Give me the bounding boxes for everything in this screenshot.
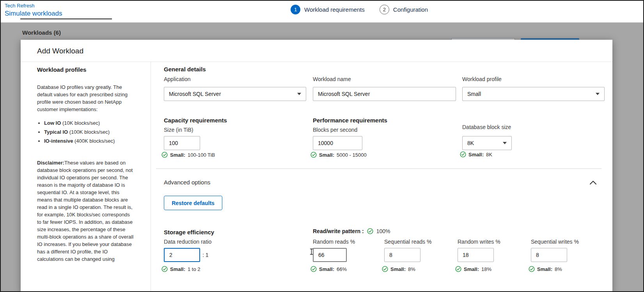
size-input[interactable] — [164, 136, 200, 150]
sequential-reads-label: Sequential reads % — [384, 239, 431, 245]
advanced-options-collapse-toggle[interactable] — [589, 179, 597, 186]
hint-qualifier: Small: — [537, 266, 552, 272]
disclaimer-term: Disclaimer: — [37, 160, 64, 166]
database-block-size-value: 8K — [467, 140, 474, 146]
workload-profiles-panel: Workload profiles Database IO profiles v… — [21, 62, 151, 292]
capacity-requirements-heading: Capacity requirements — [164, 117, 227, 124]
ratio-validation-hint: Small: 1 to 2 — [161, 266, 200, 272]
hint-text: 8% — [408, 266, 415, 272]
rw-pattern-total: 100% — [376, 228, 390, 234]
workload-profile-select[interactable]: Small — [462, 87, 605, 101]
hint-qualifier: Small: — [390, 266, 406, 272]
application-select-value: Microsoft SQL Server — [169, 91, 221, 97]
rw-pattern-heading-row: Read/write pattern : 100% — [313, 228, 390, 234]
app-header: Tech Refresh Simulate workloads 1 Worklo… — [1, 1, 643, 23]
block-size-validation-hint: Small: 8K — [460, 151, 492, 158]
text-cursor-icon — [310, 248, 313, 257]
add-workload-modal: Add Workload Workload profiles Database … — [21, 40, 612, 292]
sidebar-intro: Database IO profiles vary greatly. The d… — [37, 83, 134, 113]
list-item: Typical IO (100K blocks/sec) — [44, 128, 134, 136]
sequential-reads-validation-hint: Small: 8% — [382, 266, 415, 272]
data-reduction-ratio-label: Data reduction ratio — [164, 239, 211, 245]
database-block-size-label: Database block size — [462, 124, 511, 130]
hint-qualifier: Small: — [170, 152, 185, 158]
sequential-writes-label: Sequential writes % — [531, 239, 579, 245]
list-item: Low IO (10K blocks/sec) — [44, 119, 134, 127]
check-circle-icon — [310, 152, 317, 158]
breadcrumb-link[interactable]: Tech Refresh — [5, 3, 35, 9]
workload-profile-label: Workload profile — [462, 76, 502, 82]
random-writes-input[interactable] — [458, 248, 494, 262]
chevron-down-icon — [596, 93, 600, 95]
step-1-circle: 1 — [291, 5, 300, 14]
workload-name-label: Workload name — [313, 76, 351, 82]
workload-name-input[interactable] — [313, 87, 456, 101]
bullet-term: Typical IO — [44, 129, 68, 135]
app-window: Tech Refresh Simulate workloads 1 Worklo… — [0, 0, 644, 292]
random-writes-label: Random writes % — [458, 239, 500, 245]
check-circle-icon — [310, 266, 317, 272]
hint-text: 8K — [486, 152, 492, 158]
application-label: Application — [164, 76, 191, 82]
sequential-writes-validation-hint: Small: 8% — [529, 266, 562, 272]
random-writes-validation-hint: Small: 18% — [455, 266, 491, 272]
modal-header: Add Workload — [21, 40, 612, 62]
workload-form: General details Application Workload nam… — [151, 62, 612, 292]
chevron-down-icon — [297, 93, 301, 95]
random-reads-input[interactable] — [313, 248, 347, 262]
random-reads-label: Random reads % — [313, 239, 355, 245]
bullet-text: (10K blocks/sec) — [61, 120, 100, 126]
hint-text: 18% — [481, 266, 491, 272]
blocks-per-second-label: Blocks per second — [313, 127, 357, 133]
check-circle-icon — [455, 266, 461, 272]
modal-body: Workload profiles Database IO profiles v… — [21, 62, 612, 292]
bullet-text: (400K blocks/sec) — [73, 138, 115, 144]
hint-text: 5000 - 15000 — [337, 152, 367, 158]
ratio-suffix: : 1 — [202, 248, 209, 262]
hint-text: 100-100 TiB — [188, 152, 215, 158]
modal-title: Add Workload — [37, 47, 83, 55]
check-circle-icon — [529, 266, 535, 272]
check-circle-icon — [161, 266, 168, 272]
restore-defaults-button[interactable]: Restore defaults — [164, 196, 222, 210]
storage-efficiency-heading: Storage efficiency — [164, 229, 214, 235]
hint-qualifier: Small: — [319, 152, 334, 158]
bullet-term: IO-intensive — [44, 138, 73, 144]
sidebar-heading: Workload profiles — [37, 66, 134, 73]
chevron-down-icon — [503, 142, 507, 144]
workload-profile-select-value: Small — [467, 91, 481, 97]
advanced-options-heading: Advanced options — [164, 179, 210, 186]
check-circle-icon — [460, 151, 466, 158]
sequential-writes-input[interactable] — [531, 248, 567, 262]
section-divider — [156, 168, 601, 169]
sequential-reads-input[interactable] — [384, 248, 420, 262]
hint-qualifier: Small: — [170, 266, 185, 272]
application-select[interactable]: Microsoft SQL Server — [164, 87, 306, 101]
profile-bullet-list: Low IO (10K blocks/sec) Typical IO (100K… — [44, 119, 134, 145]
step-1-label: Workload requirements — [304, 6, 365, 13]
wizard-stepper: 1 Workload requirements 2 Configuration — [291, 5, 428, 14]
hint-text: 1 to 2 — [188, 266, 200, 272]
hint-qualifier: Small: — [468, 152, 484, 158]
database-block-size-select[interactable]: 8K — [462, 136, 512, 150]
blocks-per-second-input[interactable] — [313, 136, 362, 150]
bullet-term: Low IO — [44, 120, 61, 126]
check-circle-icon — [367, 228, 373, 234]
rw-pattern-heading: Read/write pattern : — [313, 228, 364, 234]
step-workload-requirements[interactable]: 1 Workload requirements — [291, 5, 365, 14]
data-reduction-ratio-input[interactable] — [164, 248, 200, 262]
general-details-heading: General details — [164, 66, 206, 73]
hint-qualifier: Small: — [319, 266, 334, 272]
check-circle-icon — [382, 266, 388, 272]
step-2-circle: 2 — [380, 5, 389, 14]
step-2-label: Configuration — [393, 6, 428, 13]
random-reads-validation-hint: Small: 66% — [310, 266, 347, 272]
step-configuration[interactable]: 2 Configuration — [380, 5, 428, 14]
active-tab-underline — [20, 18, 112, 19]
list-item: IO-intensive (400K blocks/sec) — [44, 137, 134, 145]
chevron-up-icon — [589, 181, 597, 185]
bullet-text: (100K blocks/sec) — [68, 129, 110, 135]
bps-validation-hint: Small: 5000 - 15000 — [310, 152, 367, 158]
sidebar-disclaimer: Disclaimer:These values are based on dat… — [37, 159, 134, 263]
size-label: Size (in TiB) — [164, 127, 193, 133]
